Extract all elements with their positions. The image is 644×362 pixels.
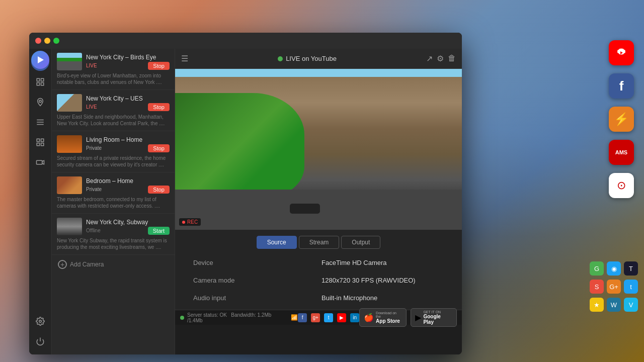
- status-badge: LIVE: [86, 104, 97, 110]
- camera-info: New York City – UES LIVE Stop: [86, 95, 170, 111]
- bandwidth-icon: 📶: [291, 314, 298, 321]
- desktop-icons: f ⚡ AMS ⊙: [609, 40, 634, 198]
- android-icon: ▶: [415, 313, 421, 322]
- stop-button[interactable]: Stop: [148, 144, 170, 152]
- svg-marker-13: [42, 160, 44, 164]
- facebook-desktop-icon[interactable]: f: [609, 73, 634, 99]
- camera-status-row: Private Stop: [86, 186, 170, 194]
- camera-description: Bird's-eye view of Lower Manhattan, zoom…: [57, 72, 170, 85]
- camera-status-row: Private Stop: [86, 144, 170, 152]
- server-status: Server status: OK Bandwidth: 1.2Mb /1.4M…: [180, 312, 298, 323]
- start-button[interactable]: Start: [148, 227, 170, 235]
- stop-button[interactable]: Stop: [148, 186, 170, 194]
- camera-info: New York City – Birds Eye LIVE Stop: [86, 54, 170, 70]
- mini-icon-2[interactable]: ◉: [607, 261, 621, 276]
- app-store-small: Download on the: [376, 311, 402, 318]
- device-value: FaceTime HD Camera: [321, 257, 444, 268]
- target-desktop-icon[interactable]: ⊙: [609, 173, 634, 198]
- sidebar-item-home[interactable]: [31, 53, 49, 71]
- app-store-badge[interactable]: 🍎 Download on the App Store: [359, 308, 407, 327]
- facebook-social-link[interactable]: f: [298, 313, 307, 322]
- lightning-desktop-icon[interactable]: ⚡: [609, 107, 634, 132]
- close-button[interactable]: [35, 38, 41, 44]
- audio-input-label: Audio input: [193, 292, 315, 304]
- menu-icon[interactable]: ☰: [181, 54, 188, 63]
- camera-item-nyc-ues[interactable]: New York City – UES LIVE Stop Upper East…: [52, 90, 175, 131]
- camera-list: New York City – Birds Eye LIVE Stop Bird…: [52, 49, 175, 354]
- svg-rect-0: [37, 78, 39, 81]
- store-badges: 🍎 Download on the App Store ▶ GET IT ON …: [359, 308, 457, 327]
- svg-rect-12: [37, 160, 42, 164]
- sidebar-item-video[interactable]: [31, 153, 49, 171]
- minimize-button[interactable]: [44, 38, 50, 44]
- camera-item-subway[interactable]: New York City, Subway Offline Start New …: [52, 214, 175, 255]
- googleplus-social-link[interactable]: g+: [311, 313, 320, 322]
- camera-header: Living Room – Home Private Stop: [57, 135, 170, 153]
- maximize-button[interactable]: [53, 38, 59, 44]
- youtube-social-link[interactable]: ▶: [337, 313, 346, 322]
- svg-rect-10: [37, 143, 39, 146]
- mini-icon-1[interactable]: G: [590, 261, 604, 276]
- mini-icon-8[interactable]: W: [607, 298, 621, 312]
- mini-icon-6[interactable]: t: [624, 280, 638, 294]
- car-shape: [290, 204, 320, 214]
- main-panel: ☰ LIVE on YouTube ↗ ⚙ 🗑: [175, 49, 462, 354]
- camera-name: New York City – Birds Eye: [86, 54, 170, 61]
- camera-item-living-room[interactable]: Living Room – Home Private Stop Secured …: [52, 131, 175, 172]
- twitter-social-link[interactable]: t: [324, 313, 333, 322]
- status-bar: Server status: OK Bandwidth: 1.2Mb /1.4M…: [175, 310, 462, 325]
- stop-button[interactable]: Stop: [148, 103, 170, 111]
- sidebar-item-grid[interactable]: [31, 133, 49, 151]
- settings-button[interactable]: ⚙: [437, 54, 444, 63]
- google-play-large: Google Play: [423, 314, 452, 325]
- main-content: New York City – Birds Eye LIVE Stop Bird…: [29, 49, 462, 354]
- svg-rect-11: [41, 143, 44, 146]
- sidebar-item-settings[interactable]: [31, 312, 49, 330]
- bottom-panel: Source Stream Output Device FaceTime HD …: [175, 230, 462, 310]
- mini-icon-4[interactable]: S: [590, 280, 604, 294]
- sidebar-item-library[interactable]: [31, 73, 49, 91]
- camera-name: Bedroom – Home: [86, 177, 170, 185]
- mini-icon-5[interactable]: G+: [607, 280, 621, 294]
- trees-layer: [175, 93, 304, 198]
- svg-rect-1: [41, 78, 44, 81]
- title-bar: [29, 33, 462, 49]
- delete-button[interactable]: 🗑: [448, 54, 456, 63]
- share-button[interactable]: ↗: [426, 54, 433, 63]
- sidebar-item-power[interactable]: [31, 332, 49, 350]
- add-icon: +: [58, 260, 67, 269]
- stop-button[interactable]: Stop: [148, 62, 170, 70]
- mini-icons-row-1: G ◉ T: [590, 261, 638, 276]
- google-play-badge[interactable]: ▶ GET IT ON Google Play: [411, 308, 457, 327]
- mini-icon-7[interactable]: ★: [590, 298, 604, 312]
- social-icons: f g+ t ▶ in: [298, 313, 359, 322]
- window-controls: [35, 38, 59, 44]
- camera-item-nyc-birds[interactable]: New York City – Birds Eye LIVE Stop Bird…: [52, 49, 175, 90]
- linkedin-social-link[interactable]: in: [350, 313, 359, 322]
- mini-icons-cluster: G ◉ T S G+ t ★ W V: [590, 261, 638, 312]
- play-icon: [38, 56, 44, 63]
- mini-icon-3[interactable]: T: [624, 261, 638, 276]
- recording-badge: REC: [179, 218, 201, 226]
- camera-thumbnail: [57, 218, 82, 235]
- tab-stream[interactable]: Stream: [299, 236, 340, 249]
- mini-icon-9[interactable]: V: [624, 298, 638, 312]
- live-indicator: LIVE on YouTube: [278, 55, 337, 62]
- device-label: Device: [193, 257, 315, 268]
- sidebar-icons: [29, 49, 52, 354]
- youtube-desktop-icon[interactable]: [609, 40, 634, 65]
- tab-output[interactable]: Output: [341, 236, 380, 249]
- camera-description: Upper East Side and neighborhood, Manhat…: [57, 114, 170, 127]
- camera-header: New York City, Subway Offline Start: [57, 218, 170, 235]
- sidebar-item-location[interactable]: [31, 93, 49, 111]
- app-window: New York City – Birds Eye LIVE Stop Bird…: [29, 33, 462, 354]
- status-dot: [180, 316, 184, 320]
- app-store-text: Download on the App Store: [376, 311, 402, 324]
- live-dot: [278, 56, 283, 61]
- camera-item-bedroom[interactable]: Bedroom – Home Private Stop The master b…: [52, 172, 175, 214]
- ams-desktop-icon[interactable]: AMS: [609, 140, 634, 165]
- street-scene: REC: [175, 69, 462, 230]
- sidebar-item-list[interactable]: [31, 113, 49, 131]
- add-camera-button[interactable]: + Add Camera: [52, 255, 175, 274]
- tab-source[interactable]: Source: [257, 236, 297, 249]
